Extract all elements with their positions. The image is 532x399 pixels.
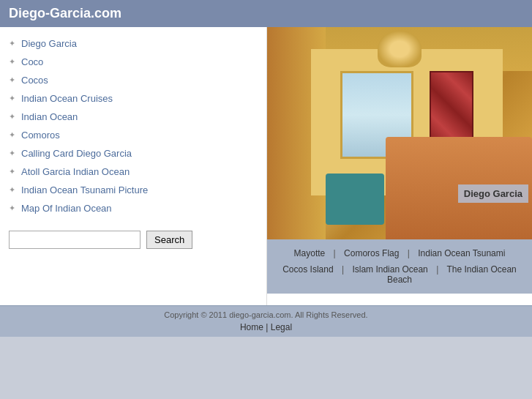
nav-item-label: Cocos bbox=[21, 75, 48, 86]
chair-area bbox=[326, 174, 384, 225]
nav-item-label: Calling Card Diego Garcia bbox=[21, 148, 132, 159]
copyright-text: Copyright © 2011 diego-garcia.com. All R… bbox=[4, 310, 528, 319]
separator-1: | bbox=[334, 248, 336, 258]
nav-item-atoll-garcia-indian-ocean[interactable]: ✦Atoll Garcia Indian Ocean bbox=[0, 163, 266, 181]
separator-2: | bbox=[408, 248, 410, 258]
room-image: Diego Garcia bbox=[267, 27, 532, 239]
link-cocos-island[interactable]: Cocos Island bbox=[282, 264, 333, 275]
nav-bullet-icon: ✦ bbox=[9, 167, 15, 176]
nav-item-indian-ocean-tsunami-picture[interactable]: ✦Indian Ocean Tsunami Picture bbox=[0, 181, 266, 199]
nav-bullet-icon: ✦ bbox=[9, 130, 15, 140]
nav-item-diego-garcia[interactable]: ✦Diego Garcia bbox=[0, 34, 266, 53]
links-row-1: Mayotte | Comoros Flag | Indian Ocean Ts… bbox=[267, 245, 532, 261]
nav-bullet-icon: ✦ bbox=[9, 185, 15, 195]
links-bar: Mayotte | Comoros Flag | Indian Ocean Ts… bbox=[267, 239, 532, 294]
nav-item-map-of-indian-ocean[interactable]: ✦Map Of Indian Ocean bbox=[0, 199, 266, 217]
link-indian-ocean-tsunami[interactable]: Indian Ocean Tsunami bbox=[418, 248, 505, 258]
site-header: Diego-Garcia.com bbox=[0, 0, 532, 27]
nav-item-label: Coco bbox=[21, 56, 43, 67]
nav-item-cocos[interactable]: ✦Cocos bbox=[0, 71, 266, 89]
nav-item-coco[interactable]: ✦Coco bbox=[0, 53, 266, 71]
nav-bullet-icon: ✦ bbox=[9, 94, 15, 103]
nav-item-label: Diego Garcia bbox=[21, 38, 77, 49]
chandelier bbox=[378, 31, 422, 67]
nav-item-calling-card-diego-garcia[interactable]: ✦Calling Card Diego Garcia bbox=[0, 144, 266, 163]
sidebar: ✦Diego Garcia✦Coco✦Cocos✦Indian Ocean Cr… bbox=[0, 27, 267, 305]
main-container: ✦Diego Garcia✦Coco✦Cocos✦Indian Ocean Cr… bbox=[0, 27, 532, 305]
nav-bullet-icon: ✦ bbox=[9, 57, 15, 67]
nav-item-label: Comoros bbox=[21, 130, 60, 141]
search-area: Search bbox=[0, 217, 266, 262]
nav-item-label: Atoll Garcia Indian Ocean bbox=[21, 166, 130, 177]
footer: Copyright © 2011 diego-garcia.com. All R… bbox=[0, 305, 532, 337]
image-label: Diego Garcia bbox=[458, 184, 528, 203]
link-comoros-flag[interactable]: Comoros Flag bbox=[344, 248, 399, 258]
footer-link-home[interactable]: Home bbox=[240, 322, 263, 332]
nav-item-label: Indian Ocean Cruises bbox=[21, 93, 113, 104]
footer-links: Home | Legal bbox=[4, 322, 528, 332]
nav-bullet-icon: ✦ bbox=[9, 149, 15, 158]
content-area: Diego Garcia Mayotte | Comoros Flag | In… bbox=[267, 27, 532, 305]
site-title: Diego-Garcia.com bbox=[9, 6, 121, 20]
nav-item-label: Indian Ocean bbox=[21, 111, 78, 122]
nav-bullet-icon: ✦ bbox=[9, 75, 15, 85]
search-button[interactable]: Search bbox=[146, 231, 192, 249]
nav-item-label: Map Of Indian Ocean bbox=[21, 203, 112, 214]
nav-item-indian-ocean[interactable]: ✦Indian Ocean bbox=[0, 108, 266, 126]
link-islam-indian-ocean[interactable]: Islam Indian Ocean bbox=[352, 264, 427, 275]
nav-item-comoros[interactable]: ✦Comoros bbox=[0, 126, 266, 144]
links-row-2: Cocos Island | Islam Indian Ocean | The … bbox=[267, 261, 532, 288]
nav-bullet-icon: ✦ bbox=[9, 112, 15, 122]
separator-3: | bbox=[342, 264, 344, 275]
rug-area bbox=[430, 71, 473, 144]
search-input[interactable] bbox=[9, 231, 141, 249]
nav-bullet-icon: ✦ bbox=[9, 39, 15, 48]
footer-link-legal[interactable]: Legal bbox=[271, 322, 292, 332]
nav-item-indian-ocean-cruises[interactable]: ✦Indian Ocean Cruises bbox=[0, 89, 266, 108]
separator-4: | bbox=[436, 264, 438, 275]
link-mayotte[interactable]: Mayotte bbox=[294, 248, 326, 258]
nav-item-label: Indian Ocean Tsunami Picture bbox=[21, 184, 148, 195]
nav-list: ✦Diego Garcia✦Coco✦Cocos✦Indian Ocean Cr… bbox=[0, 34, 266, 217]
nav-bullet-icon: ✦ bbox=[9, 204, 15, 213]
